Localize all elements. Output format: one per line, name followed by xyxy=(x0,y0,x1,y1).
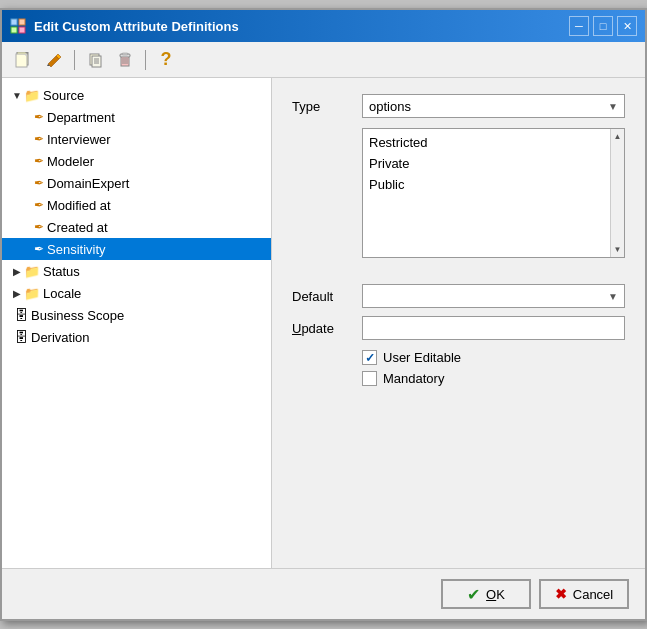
dialog-title: Edit Custom Attribute Definitions xyxy=(34,19,239,34)
default-row: Default ▼ xyxy=(292,284,625,308)
tree-item-interviewer[interactable]: ✒ Interviewer xyxy=(2,128,271,150)
mandatory-label: Mandatory xyxy=(383,371,444,386)
tree-department-label: Department xyxy=(47,110,115,125)
svg-rect-18 xyxy=(122,53,128,55)
default-dropdown[interactable]: ▼ xyxy=(362,284,625,308)
leaf-icon: ✒ xyxy=(34,176,44,190)
scrollbar-track: ▲ ▼ xyxy=(610,129,624,257)
svg-rect-0 xyxy=(11,19,17,25)
spacer xyxy=(292,268,625,284)
options-list-inner: Restricted Private Public xyxy=(363,129,624,199)
svg-rect-2 xyxy=(11,27,17,33)
type-label: Type xyxy=(292,99,362,114)
dropdown-arrow-default-icon: ▼ xyxy=(608,291,618,302)
copy-button[interactable] xyxy=(81,47,109,73)
default-label: Default xyxy=(292,289,362,304)
tree-item-locale[interactable]: ▶ 📁 Locale xyxy=(2,282,271,304)
ok-label: OK xyxy=(486,587,505,602)
tree-item-domainexpert[interactable]: ✒ DomainExpert xyxy=(2,172,271,194)
right-panel: Type options ▼ Restricted Private Public xyxy=(272,78,645,568)
options-list[interactable]: Restricted Private Public ▲ ▼ xyxy=(362,128,625,258)
leaf-icon: ✒ xyxy=(34,154,44,168)
title-bar-left: Edit Custom Attribute Definitions xyxy=(10,18,239,34)
minimize-button[interactable]: ─ xyxy=(569,16,589,36)
folder-icon: 📁 xyxy=(24,286,40,301)
tree-item-derivation[interactable]: 🗄 Derivation xyxy=(2,326,271,348)
scroll-up-icon[interactable]: ▲ xyxy=(614,129,622,144)
svg-rect-6 xyxy=(16,54,27,67)
delete-button[interactable] xyxy=(111,47,139,73)
tree-source-label: Source xyxy=(43,88,84,103)
type-value: options xyxy=(369,99,411,114)
db-icon: 🗄 xyxy=(14,307,28,323)
db-icon: 🗄 xyxy=(14,329,28,345)
option-restricted[interactable]: Restricted xyxy=(369,133,618,154)
cancel-label: Cancel xyxy=(573,587,613,602)
tree-item-businessscope[interactable]: 🗄 Business Scope xyxy=(2,304,271,326)
tree-derivation-label: Derivation xyxy=(31,330,90,345)
mandatory-checkbox[interactable] xyxy=(362,371,377,386)
help-button[interactable]: ? xyxy=(152,47,180,73)
tree-domainexpert-label: DomainExpert xyxy=(47,176,129,191)
options-row: Restricted Private Public ▲ ▼ xyxy=(292,128,625,258)
folder-icon: 📁 xyxy=(24,264,40,279)
user-editable-checkbox[interactable]: ✓ xyxy=(362,350,377,365)
tree-panel: ▼ 📁 Source ✒ Department ✒ Interviewer ✒ … xyxy=(2,78,272,568)
maximize-button[interactable]: □ xyxy=(593,16,613,36)
cancel-x-icon: ✖ xyxy=(555,586,567,602)
app-icon xyxy=(10,18,26,34)
expand-source[interactable]: ▼ xyxy=(10,90,24,101)
tree-businessscope-label: Business Scope xyxy=(31,308,124,323)
cancel-button[interactable]: ✖ Cancel xyxy=(539,579,629,609)
tree-interviewer-label: Interviewer xyxy=(47,132,111,147)
new-button[interactable] xyxy=(10,47,38,73)
svg-rect-3 xyxy=(19,27,25,33)
expand-status[interactable]: ▶ xyxy=(10,266,24,277)
tree-item-source[interactable]: ▼ 📁 Source xyxy=(2,84,271,106)
tree-modeler-label: Modeler xyxy=(47,154,94,169)
leaf-icon: ✒ xyxy=(34,132,44,146)
tree-item-modeler[interactable]: ✒ Modeler xyxy=(2,150,271,172)
edit-button[interactable] xyxy=(40,47,68,73)
type-dropdown[interactable]: options ▼ xyxy=(362,94,625,118)
leaf-icon: ✒ xyxy=(34,198,44,212)
button-bar: ✔ OK ✖ Cancel xyxy=(2,568,645,619)
tree-item-department[interactable]: ✒ Department xyxy=(2,106,271,128)
dialog-edit-custom-attribute: Edit Custom Attribute Definitions ─ □ ✕ xyxy=(0,8,647,621)
content-area: ▼ 📁 Source ✒ Department ✒ Interviewer ✒ … xyxy=(2,78,645,568)
toolbar-separator xyxy=(74,50,75,70)
toolbar: ? xyxy=(2,42,645,78)
tree-item-modified[interactable]: ✒ Modified at xyxy=(2,194,271,216)
user-editable-label: User Editable xyxy=(383,350,461,365)
dropdown-arrow-icon: ▼ xyxy=(608,101,618,112)
ok-checkmark-icon: ✔ xyxy=(467,585,480,604)
mandatory-row: Mandatory xyxy=(292,371,625,386)
tree-item-status[interactable]: ▶ 📁 Status xyxy=(2,260,271,282)
tree-locale-label: Locale xyxy=(43,286,81,301)
ok-button[interactable]: ✔ OK xyxy=(441,579,531,609)
type-row: Type options ▼ xyxy=(292,94,625,118)
title-bar: Edit Custom Attribute Definitions ─ □ ✕ xyxy=(2,10,645,42)
update-row: Update xyxy=(292,316,625,340)
checkmark-icon: ✓ xyxy=(365,351,375,365)
tree-item-sensitivity[interactable]: ✒ Sensitivity xyxy=(2,238,271,260)
folder-icon: 📁 xyxy=(24,88,40,103)
update-label: Update xyxy=(292,321,362,336)
option-public[interactable]: Public xyxy=(369,175,618,196)
scroll-down-icon[interactable]: ▼ xyxy=(614,242,622,257)
tree-modified-label: Modified at xyxy=(47,198,111,213)
leaf-icon: ✒ xyxy=(34,110,44,124)
tree-sensitivity-label: Sensitivity xyxy=(47,242,106,257)
title-controls: ─ □ ✕ xyxy=(569,16,637,36)
tree-status-label: Status xyxy=(43,264,80,279)
expand-locale[interactable]: ▶ xyxy=(10,288,24,299)
tree-item-created[interactable]: ✒ Created at xyxy=(2,216,271,238)
leaf-icon: ✒ xyxy=(34,242,44,256)
leaf-icon: ✒ xyxy=(34,220,44,234)
svg-rect-1 xyxy=(19,19,25,25)
toolbar-separator-2 xyxy=(145,50,146,70)
user-editable-row: ✓ User Editable xyxy=(292,350,625,365)
option-private[interactable]: Private xyxy=(369,154,618,175)
close-button[interactable]: ✕ xyxy=(617,16,637,36)
update-input[interactable] xyxy=(362,316,625,340)
